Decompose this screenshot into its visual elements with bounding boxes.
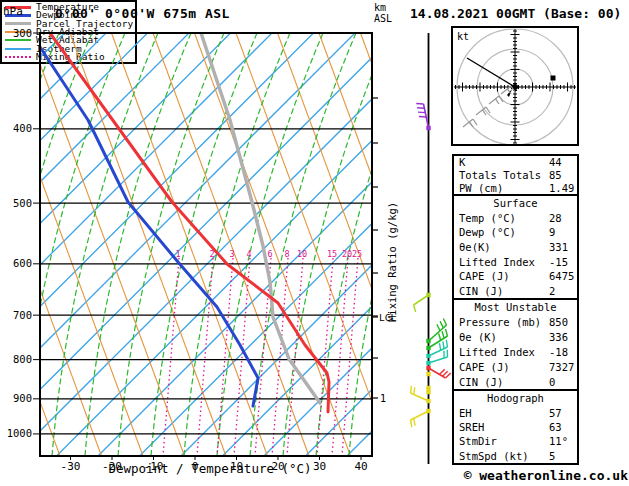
row-label: Pressure (mb) bbox=[459, 316, 541, 328]
row-label: CIN (J) bbox=[459, 285, 503, 297]
svg-text:20: 20 bbox=[342, 249, 352, 259]
table-row: StmSpd (kt)5 bbox=[454, 450, 577, 462]
table-row: PW (cm)1.49 bbox=[454, 182, 577, 194]
table-section-title: Surface bbox=[454, 197, 577, 209]
row-value: 85 bbox=[549, 169, 562, 181]
skewt-sounding-page: hPa 0°00' 0°00'W 675m ASL kmASL 14.08.20… bbox=[0, 0, 629, 486]
table-row: θe (K)336 bbox=[454, 331, 577, 343]
row-label: CAPE (J) bbox=[459, 361, 510, 373]
row-value: 6475 bbox=[549, 270, 574, 282]
row-label: PW (cm) bbox=[459, 182, 503, 194]
svg-text:-30: -30 bbox=[61, 460, 81, 473]
hodograph-table: Hodograph EH57 SREH63 StmDir11° StmSpd (… bbox=[452, 389, 579, 465]
row-value: -15 bbox=[549, 256, 568, 268]
row-label: StmSpd (kt) bbox=[459, 450, 529, 462]
indices-table: K44 Totals Totals85 PW (cm)1.49 bbox=[452, 154, 579, 196]
table-section-title: Most Unstable bbox=[454, 301, 577, 313]
row-value: 57 bbox=[549, 407, 562, 419]
svg-text:600: 600 bbox=[13, 257, 32, 269]
row-value: 28 bbox=[549, 212, 562, 224]
table-row: CAPE (J)7327 bbox=[454, 361, 577, 373]
row-value: 1.49 bbox=[549, 182, 574, 194]
row-value: 336 bbox=[549, 331, 568, 343]
row-value: 5 bbox=[549, 450, 555, 462]
svg-text:2: 2 bbox=[209, 249, 214, 259]
row-label: CAPE (J) bbox=[459, 270, 510, 282]
table-row: K44 bbox=[454, 156, 577, 168]
svg-text:1: 1 bbox=[175, 249, 180, 259]
table-row: StmDir11° bbox=[454, 435, 577, 447]
row-label: SREH bbox=[459, 421, 484, 433]
row-value: 44 bbox=[549, 156, 562, 168]
svg-text:900: 900 bbox=[13, 392, 32, 404]
row-value: 2 bbox=[549, 285, 555, 297]
svg-text:15: 15 bbox=[327, 249, 337, 259]
svg-text:1000: 1000 bbox=[7, 427, 32, 439]
copyright-footer: © weatheronline.co.uk bbox=[464, 468, 628, 483]
row-value: 0 bbox=[549, 376, 555, 388]
svg-text:8: 8 bbox=[284, 249, 289, 259]
svg-text:6: 6 bbox=[267, 249, 272, 259]
table-row: SREH63 bbox=[454, 421, 577, 433]
row-label: θe (K) bbox=[459, 331, 497, 343]
most-unstable-table: Most Unstable Pressure (mb)850 θe (K)336… bbox=[452, 298, 579, 391]
temperature-axis-label: Dewpoint / Temperature (°C) bbox=[95, 461, 325, 476]
plot-frame bbox=[40, 33, 372, 456]
row-label: Dewp (°C) bbox=[459, 226, 516, 238]
row-value: 7327 bbox=[549, 361, 574, 373]
row-label: Totals Totals bbox=[459, 169, 541, 181]
svg-text:3: 3 bbox=[229, 249, 234, 259]
row-value: 9 bbox=[549, 226, 555, 238]
row-value: -18 bbox=[549, 346, 568, 358]
row-label: Temp (°C) bbox=[459, 212, 516, 224]
row-label: θe(K) bbox=[459, 241, 491, 253]
row-value: 11° bbox=[549, 435, 568, 447]
svg-text:800: 800 bbox=[13, 353, 32, 365]
row-value: 331 bbox=[549, 241, 568, 253]
svg-text:500: 500 bbox=[13, 197, 32, 209]
svg-text:400: 400 bbox=[13, 122, 32, 134]
svg-text:1: 1 bbox=[380, 393, 386, 404]
row-label: Lifted Index bbox=[459, 256, 535, 268]
row-value: 850 bbox=[549, 316, 568, 328]
hodograph-unit-label: kt bbox=[457, 31, 469, 42]
table-row: Lifted Index-18 bbox=[454, 346, 577, 358]
svg-text:4: 4 bbox=[246, 249, 251, 259]
row-label: StmDir bbox=[459, 435, 497, 447]
table-row: CAPE (J)6475 bbox=[454, 270, 577, 282]
table-row: CIN (J)0 bbox=[454, 376, 577, 388]
row-label: Lifted Index bbox=[459, 346, 535, 358]
svg-text:25: 25 bbox=[352, 249, 362, 259]
surface-table: Surface Temp (°C)28 Dewp (°C)9 θe(K)331 … bbox=[452, 194, 579, 300]
row-label: K bbox=[459, 156, 465, 168]
table-section-title: Hodograph bbox=[454, 392, 577, 404]
table-row: Lifted Index-15 bbox=[454, 256, 577, 268]
table-row: CIN (J)2 bbox=[454, 285, 577, 297]
table-row: Dewp (°C)9 bbox=[454, 226, 577, 238]
mixing-ratio-axis-label: Mixing Ratio (g/kg) bbox=[386, 202, 398, 322]
table-row: Pressure (mb)850 bbox=[454, 316, 577, 328]
table-row: θe(K)331 bbox=[454, 241, 577, 253]
wind-barb-staff bbox=[411, 33, 451, 464]
svg-text:700: 700 bbox=[13, 309, 32, 321]
svg-text:10: 10 bbox=[297, 249, 307, 259]
table-row: Totals Totals85 bbox=[454, 169, 577, 181]
table-row: Temp (°C)28 bbox=[454, 212, 577, 224]
hodograph-panel bbox=[452, 27, 578, 147]
svg-text:40: 40 bbox=[354, 460, 367, 473]
svg-text:300: 300 bbox=[13, 27, 32, 39]
table-row: EH57 bbox=[454, 407, 577, 419]
row-label: CIN (J) bbox=[459, 376, 503, 388]
row-value: 63 bbox=[549, 421, 562, 433]
row-label: EH bbox=[459, 407, 472, 419]
